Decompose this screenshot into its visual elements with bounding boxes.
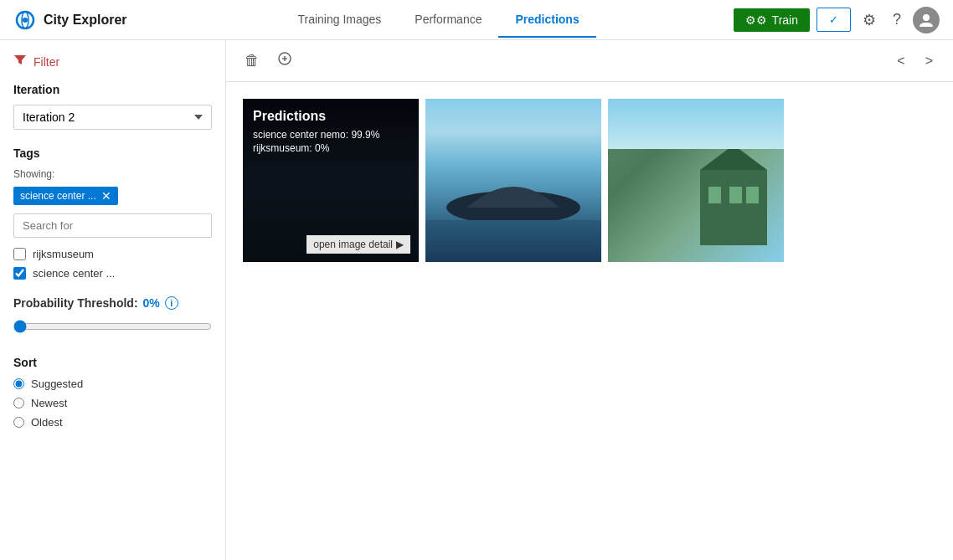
science-center-label: science center ...	[33, 267, 115, 280]
building-svg	[692, 145, 775, 245]
delete-icon: 🗑	[245, 52, 260, 69]
svg-rect-8	[708, 187, 721, 203]
probability-slider[interactable]	[13, 320, 212, 333]
svg-point-2	[23, 18, 28, 23]
probability-header: Probability Threshold: 0% i	[13, 296, 212, 310]
prediction-info: Predictions science center nemo: 99.9% r…	[253, 109, 379, 156]
iteration-title: Iteration	[13, 83, 212, 96]
suggested-label: Suggested	[31, 378, 83, 390]
header: City Explorer Training Images Performanc…	[0, 0, 953, 40]
image-card[interactable]	[608, 99, 784, 262]
tag-icon	[276, 50, 293, 71]
radio-oldest: Oldest	[13, 416, 212, 429]
probability-value: 0%	[143, 296, 160, 310]
tab-training[interactable]: Training Images	[281, 3, 398, 38]
radio-newest: Newest	[13, 397, 212, 409]
iteration-select[interactable]: Iteration 2	[13, 105, 212, 130]
probability-section: Probability Threshold: 0% i	[13, 296, 212, 339]
avatar[interactable]	[913, 7, 940, 33]
gear-icon: ⚙⚙	[745, 13, 767, 27]
checkbox-rijksmuseum: rijksmuseum	[13, 248, 212, 260]
sort-title: Sort	[13, 356, 212, 369]
filter-icon	[13, 54, 27, 69]
main-layout: Filter Iteration Iteration 2 Tags Showin…	[0, 40, 953, 560]
settings-icon: ⚙	[863, 11, 876, 29]
rijksmuseum-label: rijksmuseum	[33, 248, 94, 260]
prediction-title: Predictions	[253, 109, 379, 124]
check-button[interactable]: ✓	[816, 8, 851, 32]
arrow-icon: ▶	[396, 239, 404, 250]
filter-header: Filter	[13, 54, 212, 69]
content-area: 🗑 < > Predictions science cent	[226, 40, 953, 560]
train-button[interactable]: ⚙⚙ Train	[734, 8, 810, 32]
newest-label: Newest	[31, 397, 67, 409]
water-bg	[425, 220, 601, 262]
image-card[interactable]: Predictions science center nemo: 99.9% r…	[243, 99, 419, 262]
sidebar: Filter Iteration Iteration 2 Tags Showin…	[0, 40, 226, 560]
svg-rect-9	[729, 187, 742, 203]
prediction-row-2: rijksmuseum: 0%	[253, 142, 379, 154]
suggested-radio[interactable]	[13, 378, 24, 389]
tags-section: Tags Showing: science center ... ✕ rijks…	[13, 146, 212, 280]
probability-title: Probability Threshold:	[13, 296, 138, 310]
svg-point-3	[923, 14, 930, 21]
tag-button[interactable]	[271, 47, 298, 74]
image-card[interactable]	[425, 99, 601, 262]
tags-title: Tags	[13, 146, 212, 160]
image-grid: Predictions science center nemo: 99.9% r…	[226, 82, 953, 560]
toolbar: 🗑 < >	[226, 40, 953, 82]
logo-icon	[13, 8, 37, 32]
prev-page-button[interactable]: <	[890, 50, 911, 72]
tab-predictions[interactable]: Predictions	[498, 3, 595, 38]
search-input[interactable]	[13, 213, 212, 238]
checkbox-science-center: science center ...	[13, 267, 212, 280]
slider-container	[13, 316, 212, 339]
help-icon: ?	[893, 11, 901, 28]
app-title: City Explorer	[44, 13, 127, 28]
settings-button[interactable]: ⚙	[858, 6, 881, 34]
open-detail-button[interactable]: open image detail ▶	[307, 235, 410, 254]
prediction-row-1: science center nemo: 99.9%	[253, 129, 379, 141]
science-center-checkbox[interactable]	[13, 267, 26, 280]
sort-section: Sort Suggested Newest Oldest	[13, 356, 212, 429]
sky-bg	[608, 99, 784, 149]
svg-rect-10	[746, 187, 759, 203]
remove-tag-button[interactable]: ✕	[101, 190, 111, 202]
nav-tabs: Training Images Performance Predictions	[154, 3, 724, 38]
active-tag-chip: science center ... ✕	[13, 187, 118, 205]
oldest-radio[interactable]	[13, 417, 24, 428]
newest-radio[interactable]	[13, 398, 24, 408]
help-button[interactable]: ?	[888, 6, 906, 33]
filter-label: Filter	[33, 55, 59, 69]
radio-suggested: Suggested	[13, 378, 212, 390]
info-icon[interactable]: i	[165, 296, 178, 310]
showing-label: Showing:	[13, 168, 212, 180]
svg-rect-6	[700, 170, 767, 245]
logo-area: City Explorer	[13, 8, 127, 32]
delete-button[interactable]: 🗑	[240, 49, 265, 73]
active-tag-label: science center ...	[20, 190, 96, 202]
next-page-button[interactable]: >	[919, 50, 940, 72]
tab-performance[interactable]: Performance	[398, 3, 498, 38]
boat-svg	[442, 162, 585, 229]
header-actions: ⚙⚙ Train ✓ ⚙ ?	[734, 6, 940, 34]
oldest-label: Oldest	[31, 416, 63, 429]
rijksmuseum-checkbox[interactable]	[13, 248, 26, 260]
checkmark-icon: ✓	[829, 13, 838, 26]
